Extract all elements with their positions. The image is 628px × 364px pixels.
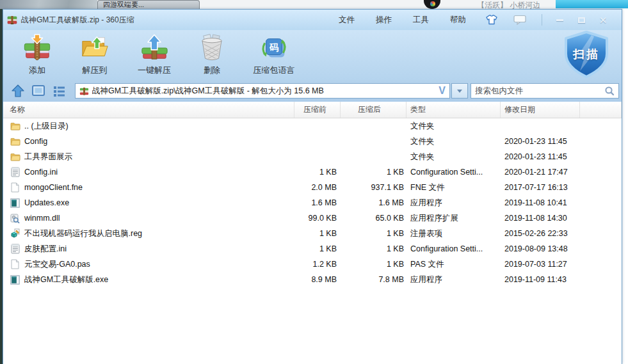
file-modified: 2019-07-03 11:27	[501, 260, 580, 269]
file-name: mongoClient.fne	[24, 183, 83, 192]
svg-text:码: 码	[269, 42, 279, 52]
size-after: 7.8 MB	[341, 275, 407, 284]
file-name: Updates.exe	[24, 198, 69, 207]
doc-icon	[10, 182, 20, 193]
column-header-size-before[interactable]: 压缩前	[294, 102, 341, 118]
size-before: 8.9 MB	[294, 275, 341, 284]
table-row[interactable]: 不出现机器码运行我从启电脑.reg 1 KB 1 KB 注册表项 2015-02…	[3, 226, 622, 241]
table-row[interactable]: 元宝交易-GA0.pas 1.2 KB 1 KB PAS 文件 2019-07-…	[3, 257, 622, 272]
background-browser-bar	[556, 0, 628, 8]
menu-tools[interactable]: 工具	[413, 15, 429, 26]
background-image	[0, 0, 97, 9]
size-after: 1.6 MB	[341, 198, 407, 207]
dll-icon	[10, 214, 20, 223]
one-click-extract-icon	[140, 33, 169, 63]
toolbar: 添加 解压到	[3, 30, 622, 80]
column-header-type[interactable]: 类型	[407, 102, 501, 118]
column-header-name[interactable]: 名称	[3, 102, 294, 118]
size-after: 1 KB	[341, 260, 407, 269]
column-header-size-after[interactable]: 压缩后	[341, 102, 407, 118]
exe-icon	[10, 275, 20, 285]
list-view-icon[interactable]	[51, 83, 67, 99]
window-controls: ✕	[485, 10, 616, 30]
trash-icon	[197, 33, 227, 63]
file-modified: 2015-02-26 22:33	[501, 229, 580, 238]
toolbar-label: 解压到	[83, 65, 108, 76]
menu-help[interactable]: 帮助	[450, 15, 466, 26]
address-dropdown-button[interactable]	[451, 83, 468, 99]
skin-icon[interactable]	[485, 14, 498, 26]
file-name: 战神GM工具破解版.exe	[24, 274, 108, 285]
close-button[interactable]: ✕	[595, 14, 611, 26]
file-name: 不出现机器码运行我从启电脑.reg	[24, 228, 142, 239]
add-archive-icon	[22, 33, 52, 63]
extract-to-icon	[80, 33, 109, 63]
search-icon[interactable]	[604, 86, 615, 96]
table-row[interactable]: Config.ini 1 KB 1 KB Configuration Setti…	[3, 164, 622, 180]
size-before: 1 KB	[294, 244, 341, 253]
ini-icon	[10, 244, 20, 254]
titlebar: 战神GM工具破解版.zip - 360压缩 文件 操作 工具 帮助	[3, 10, 622, 30]
table-row[interactable]: .. (上级目录) 文件夹	[3, 118, 622, 134]
background-window-tab[interactable]: 四游双端要...	[97, 0, 200, 9]
table-row[interactable]: winmm.dll 99.0 KB 65.0 KB 应用程序扩展 2019-11…	[3, 210, 622, 226]
table-row[interactable]: 工具界面展示 文件夹 2020-01-23 11:45	[3, 149, 622, 164]
file-modified: 2020-01-23 11:45	[501, 137, 580, 146]
scan-shield-button[interactable]: 扫描	[561, 30, 611, 79]
size-before: 99.0 KB	[294, 214, 341, 223]
scan-button-label: 扫描	[561, 47, 611, 62]
up-directory-icon[interactable]	[10, 83, 26, 99]
column-header-modified[interactable]: 修改日期	[501, 102, 580, 118]
file-name: 元宝交易-GA0.pas	[24, 259, 90, 270]
list-header: 名称 压缩前 压缩后 类型 修改日期	[3, 102, 622, 118]
size-after: 1 KB	[341, 229, 407, 238]
minimize-button[interactable]	[551, 14, 568, 26]
menu-actions[interactable]: 操作	[376, 15, 392, 26]
desktop: 四游双端要... 【活跃】 小桥河边 战神GM工具破解版.zip - 360压缩…	[0, 0, 628, 364]
maximize-button[interactable]	[573, 14, 590, 26]
file-name: winmm.dll	[24, 214, 60, 223]
zip-archive-icon	[79, 86, 89, 96]
table-row[interactable]: Config 文件夹 2020-01-23 11:45	[3, 134, 622, 149]
extract-to-button[interactable]: 解压到	[66, 31, 124, 79]
size-before: 1.6 MB	[294, 198, 341, 207]
table-row[interactable]: 战神GM工具破解版.exe 8.9 MB 7.8 MB 应用程序 2019-11…	[3, 272, 622, 287]
file-name: Config.ini	[24, 168, 58, 177]
file-type: PAS 文件	[407, 259, 501, 270]
size-after: 1 KB	[341, 168, 407, 177]
file-type: Configuration Setti...	[407, 244, 501, 253]
file-type: 注册表项	[407, 228, 501, 239]
view-mode-icon[interactable]	[30, 83, 47, 99]
file-type: 文件夹	[407, 136, 501, 147]
menubar: 文件 操作 工具 帮助	[339, 10, 487, 30]
file-type: 文件夹	[407, 121, 501, 132]
delete-button[interactable]: 删除	[185, 31, 239, 79]
file-modified: 2019-11-09 11:43	[501, 275, 580, 284]
table-row[interactable]: mongoClient.fne 2.0 MB 937.1 KB FNE 文件 2…	[3, 180, 622, 195]
file-modified: 2020-01-21 17:47	[501, 168, 580, 177]
file-type: FNE 文件	[407, 182, 501, 193]
size-after: 937.1 KB	[341, 183, 407, 192]
one-click-extract-button[interactable]: 一键解压	[124, 31, 185, 79]
table-row[interactable]: Updates.exe 1.6 MB 1.6 MB 应用程序 2019-11-0…	[3, 195, 622, 210]
size-before: 1.2 KB	[294, 260, 341, 269]
file-name: 工具界面展示	[24, 152, 72, 162]
menu-file[interactable]: 文件	[339, 15, 355, 26]
file-modified: 2019-11-08 10:41	[501, 198, 580, 207]
table-row[interactable]: 皮肤配置.ini 1 KB 1 KB Configuration Setti..…	[3, 241, 622, 257]
size-after: 65.0 KB	[341, 214, 407, 223]
feedback-icon[interactable]	[513, 15, 526, 25]
search-input[interactable]	[475, 86, 604, 95]
address-input[interactable]	[92, 86, 436, 95]
size-before: 1 KB	[294, 168, 341, 177]
toolbar-label: 一键解压	[138, 65, 171, 76]
exe-icon	[10, 198, 20, 208]
ini-icon	[10, 167, 20, 177]
archive-language-icon: 码	[259, 33, 289, 63]
address-dropdown-v-icon[interactable]: V	[439, 85, 446, 97]
file-type: Configuration Setti...	[407, 168, 501, 177]
file-type: 应用程序	[407, 274, 501, 285]
controls-separator	[542, 14, 542, 26]
add-button[interactable]: 添加	[8, 31, 66, 79]
archive-language-button[interactable]: 码 压缩包语言	[239, 31, 309, 79]
